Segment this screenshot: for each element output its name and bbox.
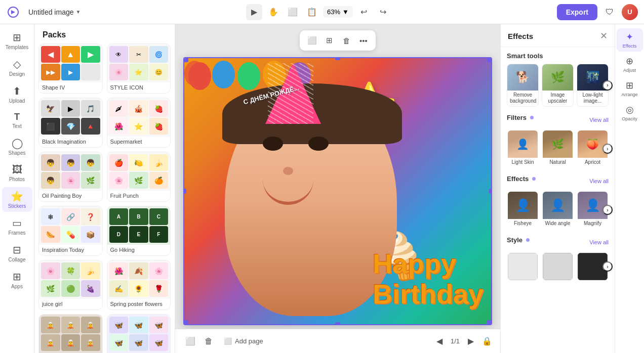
rsidebar-item-opacity[interactable]: ◎ Opacity: [617, 101, 643, 124]
filters-next-button[interactable]: ›: [602, 144, 613, 154]
effects-view-all[interactable]: View all: [589, 178, 609, 184]
smart-tools-section-title: Smart tools: [507, 52, 609, 60]
redo-button[interactable]: ↪: [375, 4, 391, 20]
list-item[interactable]: 🦋 🦋 🦋 🦋 🦋 🦋 Butterfly Effect: [107, 314, 171, 353]
page-options-button[interactable]: ⬜: [183, 334, 197, 348]
select-tool[interactable]: ⊞: [321, 32, 337, 49]
add-page-button[interactable]: ⬜ Add page: [220, 335, 267, 347]
canvas-frame[interactable]: ⭐ 🍦 С ДНЁМ РОЖДЁ...: [183, 57, 492, 325]
page-indicator: 1/1: [451, 337, 460, 345]
delete-canvas-tool[interactable]: 🗑: [338, 32, 354, 49]
pack-thumbnail: 🧝 🧝 🧝 🧝 🧝 🧝: [39, 315, 102, 353]
light-skin-filter[interactable]: 👤 Light Skin: [507, 129, 539, 168]
rsidebar-item-arrange[interactable]: ⊞ Arrange: [617, 77, 643, 100]
share-icon[interactable]: 🛡: [601, 4, 618, 20]
crop-tool[interactable]: ⬜: [304, 32, 320, 49]
add-page-label: Add page: [235, 337, 263, 345]
list-item[interactable]: 👦 👦 👦 👦 🌸 🌿 Oil Painting Boy: [38, 152, 103, 202]
effects-header: Effects ✕: [501, 24, 615, 47]
bottom-right-actions: ◀ 1/1 ▶ 🔒: [432, 334, 492, 348]
right-sidebar: ✦ Effects ⊕ Adjust ⊞ Arrange ◎ Opacity: [615, 24, 644, 353]
zoom-chevron-icon: ▼: [342, 8, 349, 16]
sidebar-item-collage[interactable]: ⊟ Collage: [2, 241, 32, 266]
left-sidebar: ⊞ Templates ◇ Design ⬆ Upload T Text ◯ S…: [0, 24, 34, 353]
zoom-control[interactable]: 63% ▼: [323, 6, 353, 18]
list-item[interactable]: 🌸 🍀 🍌 🌿 🟢 🍇 juice girl: [38, 260, 103, 310]
rsidebar-item-adjust[interactable]: ⊕ Adjust: [617, 53, 643, 76]
packs-panel: Packs ◀ ▲ ▶ ▶▶ ▶ Shape IV: [34, 24, 175, 353]
cursor-tool[interactable]: ▶: [246, 4, 262, 20]
fisheye-effect[interactable]: 👤 Fisheye: [507, 191, 539, 229]
resize-handle-tr[interactable]: [487, 57, 492, 62]
effects-info-dot: [532, 177, 536, 181]
pack-thumbnail: 🦅 ▶ 🎵 ⬛ 💎 🔺: [39, 98, 102, 137]
prev-page-button[interactable]: ◀: [432, 334, 447, 348]
natural-filter[interactable]: 🌿 Natural: [542, 129, 574, 168]
filters-info-dot: [530, 116, 534, 119]
list-item[interactable]: 👁 ✂ 🌀 🌸 ⭐ 😊 STYLE ICON: [107, 43, 171, 94]
list-item[interactable]: 🧝 🧝 🧝 🧝 🧝 🧝 Renaissance: [38, 314, 103, 353]
app-logo[interactable]: [6, 5, 20, 19]
title-chevron-icon: ▼: [76, 9, 81, 15]
document-title[interactable]: Untitled image ▼: [28, 8, 80, 16]
sidebar-item-templates[interactable]: ⊞ Templates: [2, 28, 32, 53]
wide-angle-effect[interactable]: 👤 Wide angle: [542, 191, 574, 229]
sidebar-item-upload[interactable]: ⬆ Upload: [2, 82, 32, 107]
style-section: Style View all: [507, 236, 609, 281]
sidebar-item-apps[interactable]: ⊞ Apps: [2, 268, 32, 292]
resize-handle-mr[interactable]: [489, 189, 492, 194]
sidebar-item-design[interactable]: ◇ Design: [2, 55, 32, 80]
smart-tools-next-button[interactable]: ›: [602, 80, 613, 91]
frame-toggle[interactable]: 📋: [304, 4, 320, 20]
sidebar-item-shapes[interactable]: ◯ Shapes: [2, 134, 32, 159]
image-upscaler-tool[interactable]: 🌿 Image upscaler: [542, 64, 574, 107]
style-view-all[interactable]: View all: [589, 239, 609, 245]
pack-thumbnail: A B C D E F: [107, 206, 171, 245]
sidebar-item-frames[interactable]: ▭ Frames: [2, 214, 32, 239]
list-item[interactable]: A B C D E F Go Hiking: [107, 206, 171, 256]
effects-next-button[interactable]: ›: [602, 205, 613, 215]
add-page-icon: ⬜: [224, 337, 232, 345]
templates-icon: ⊞: [13, 31, 21, 43]
lock-button[interactable]: 🔒: [482, 336, 492, 346]
list-item[interactable]: 🍎 🍋 🍌 🌸 🌿 🍊 Fruit Punch: [107, 152, 171, 202]
pack-thumbnail: 👁 ✂ 🌀 🌸 ⭐ 😊: [107, 44, 171, 82]
style-next-button[interactable]: ›: [602, 261, 613, 272]
resize-handle-tm[interactable]: [335, 57, 340, 60]
resize-handle-ml[interactable]: [183, 189, 186, 194]
packs-header: Packs: [34, 24, 175, 43]
filters-view-all[interactable]: View all: [589, 117, 609, 123]
packs-content: ◀ ▲ ▶ ▶▶ ▶ Shape IV 👁 ✂ 🌀 🌸: [34, 43, 175, 353]
list-item[interactable]: ❄ 🔗 ❓ 🌭 💊 📦 Inspiration Today: [38, 206, 103, 256]
effects-grid: 👤 Fisheye 👤 Wide angle 👤: [507, 191, 609, 229]
undo-button[interactable]: ↩: [356, 4, 372, 20]
sidebar-item-photos[interactable]: 🖼 Photos: [2, 161, 32, 185]
sidebar-item-stickers[interactable]: ⭐ Stickers: [2, 187, 32, 212]
avatar[interactable]: U: [622, 4, 638, 20]
frame-tool[interactable]: ⬜: [285, 4, 301, 20]
remove-background-tool[interactable]: 🐕 Remove background: [507, 64, 539, 107]
list-item[interactable]: 🌺 🍂 🌸 ✍ 🌻 🌹 Spring poster flowers: [107, 260, 171, 310]
pack-thumbnail: 🌶 🎪 🍓 🌺 ⭐ 🍓: [107, 98, 171, 137]
more-canvas-tool[interactable]: •••: [355, 32, 372, 49]
next-page-button[interactable]: ▶: [464, 334, 478, 348]
filters-section-header: Filters View all: [507, 114, 609, 125]
style-1[interactable]: [507, 252, 539, 281]
design-icon: ◇: [13, 58, 21, 70]
bottom-left-actions: ⬜ 🗑 ⬜ Add page: [183, 334, 267, 348]
resize-handle-bl[interactable]: [183, 320, 188, 325]
export-button[interactable]: Export: [557, 4, 597, 20]
hand-tool[interactable]: ✋: [265, 4, 281, 20]
list-item[interactable]: ◀ ▲ ▶ ▶▶ ▶ Shape IV: [38, 43, 103, 94]
sidebar-item-text[interactable]: T Text: [2, 109, 32, 132]
style-2[interactable]: [542, 252, 574, 281]
list-item[interactable]: 🦅 ▶ 🎵 ⬛ 💎 🔺 Black Imagination: [38, 98, 103, 148]
resize-handle-br[interactable]: [487, 320, 492, 325]
resize-handle-bm[interactable]: [335, 322, 340, 325]
resize-handle-tl[interactable]: [183, 57, 188, 62]
effects-close-button[interactable]: ✕: [600, 30, 608, 41]
rsidebar-item-effects[interactable]: ✦ Effects: [617, 28, 643, 52]
delete-page-button[interactable]: 🗑: [202, 334, 216, 348]
list-item[interactable]: 🌶 🎪 🍓 🌺 ⭐ 🍓 Supermarket: [107, 98, 171, 148]
pack-thumbnail: 🦋 🦋 🦋 🦋 🦋 🦋: [107, 315, 171, 353]
